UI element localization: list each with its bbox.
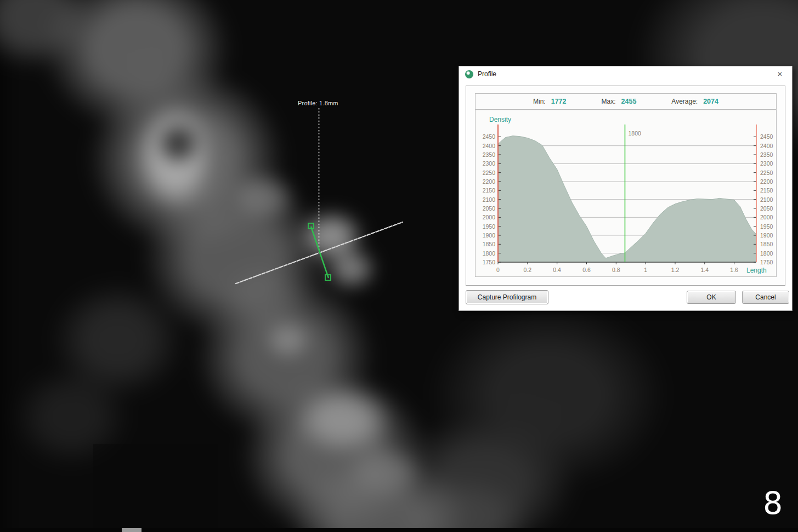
density-plot[interactable] [476,110,777,278]
max-value: 2455 [621,98,637,105]
stat-max: Max: 2455 [602,98,637,105]
y-tick-label-left: 2350 [477,151,495,159]
x-axis-title: Length [746,267,767,274]
ct-viewer-stage: Profile: 1.8mm 8 Profile × Min: 1772 Max… [0,0,798,532]
slide-number: 8 [763,488,783,519]
stat-average: Average: 2074 [671,98,718,105]
y-tick-label-right: 2150 [760,186,779,194]
x-tick-label: 1.6 [726,266,743,274]
y-tick-label-right: 2050 [760,205,779,212]
y-tick-label-right: 2450 [760,133,779,140]
x-tick-label: 1.2 [667,266,683,274]
density-area-series [498,136,756,262]
cancel-button[interactable]: Cancel [742,291,789,304]
y-tick-label-left: 1900 [477,231,495,239]
bottom-scrollbar-thumb[interactable] [122,528,142,532]
y-tick-label-left: 2100 [477,196,495,203]
y-tick-label-right: 1900 [760,231,779,239]
x-tick-label: 0 [490,266,506,274]
stats-box: Min: 1772 Max: 2455 Average: 2074 [475,93,777,110]
y-tick-label-left: 2450 [477,133,495,140]
profile-measurement-label: Profile: 1.8mm [298,100,338,106]
y-tick-label-left: 2300 [477,160,495,167]
y-tick-label-left: 2050 [477,205,495,212]
max-label: Max: [602,98,616,105]
y-tick-label-left: 2400 [477,142,495,150]
y-tick-label-left: 1800 [477,250,495,257]
y-tick-label-left: 2200 [477,178,495,185]
x-tick-label: 1 [637,266,654,274]
cursor-value-label: 1800 [628,130,641,137]
y-tick-label-left: 2000 [477,213,495,221]
app-logo-icon [465,70,473,78]
y-tick-label-right: 1750 [760,258,779,266]
average-value: 2074 [703,98,718,105]
stat-min: Min: 1772 [533,98,566,105]
y-tick-label-left: 2250 [477,169,495,177]
average-label: Average: [671,98,698,105]
y-tick-label-right: 1950 [760,223,779,230]
x-tick-label: 0.4 [549,266,565,274]
x-tick-label: 1.4 [697,266,713,274]
min-value: 1772 [551,98,567,105]
y-tick-label-left: 1950 [477,223,495,230]
close-icon[interactable]: × [774,69,785,80]
y-tick-label-right: 2300 [760,160,779,167]
x-tick-label: 0.2 [519,266,536,274]
y-tick-label-left: 1750 [477,258,495,266]
y-tick-label-right: 1850 [760,240,779,248]
y-tick-label-left: 2150 [477,186,495,194]
y-tick-label-right: 2000 [760,213,779,221]
y-tick-label-left: 1850 [477,240,495,248]
y-tick-label-right: 2400 [760,142,779,150]
y-tick-label-right: 2200 [760,178,779,185]
dialog-titlebar[interactable]: Profile × [459,66,792,82]
x-tick-label: 0.8 [608,266,624,274]
dialog-title: Profile [478,70,496,78]
y-tick-label-right: 2350 [760,151,779,159]
x-tick-label: 0.6 [578,266,595,274]
ok-button[interactable]: OK [687,291,736,304]
y-tick-label-right: 2250 [760,169,779,177]
profile-chart[interactable]: Density 1800 Length 24502450240024002350… [475,110,777,277]
min-label: Min: [533,98,546,105]
scan-masked-region [93,444,218,528]
profile-dialog: Profile × Min: 1772 Max: 2455 Average: 2… [459,66,793,311]
bottom-scrollbar-track[interactable] [0,528,798,532]
y-tick-label-right: 2100 [760,196,779,203]
capture-profilogram-button[interactable]: Capture Profilogram [466,290,548,304]
y-tick-label-right: 1800 [760,250,779,257]
